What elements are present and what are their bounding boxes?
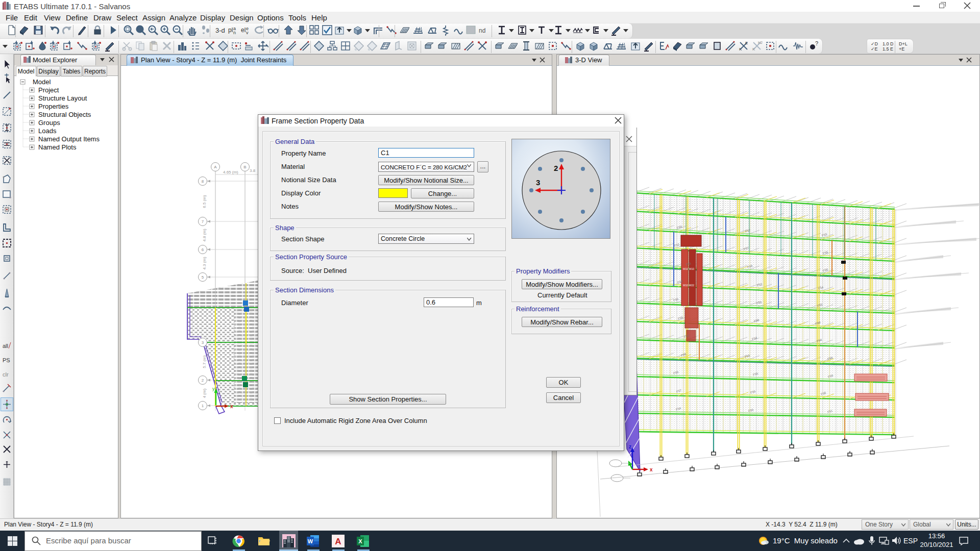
- svg-text:6: 6: [202, 247, 204, 252]
- svg-text:v: v: [246, 30, 249, 35]
- svg-text:PS: PS: [3, 357, 10, 363]
- svg-text:y: y: [212, 386, 215, 391]
- svg-text:2: 2: [554, 164, 558, 172]
- svg-text:x: x: [230, 404, 233, 409]
- svg-text:5.7 (m): 5.7 (m): [202, 355, 207, 368]
- svg-text:?: ?: [815, 40, 818, 46]
- svg-text:el: el: [241, 27, 246, 34]
- svg-text:A: A: [214, 165, 217, 169]
- svg-text:✓D: ✓D: [871, 41, 878, 46]
- svg-text:K: K: [739, 47, 742, 52]
- svg-text:2: 2: [202, 378, 204, 383]
- svg-text:7: 7: [202, 219, 204, 224]
- svg-text:3: 3: [202, 340, 204, 345]
- svg-text:H2: H2: [758, 41, 763, 44]
- svg-text:W10 W10: W10 W10: [683, 267, 694, 270]
- svg-text:clr: clr: [3, 371, 9, 378]
- svg-text:E: E: [745, 41, 748, 45]
- svg-text:4.3 (m): 4.3 (m): [202, 257, 207, 270]
- svg-text:✓E: ✓E: [871, 46, 878, 52]
- svg-text:K: K: [752, 47, 755, 52]
- svg-text:5: 5: [202, 275, 204, 280]
- svg-text:D+L: D+L: [899, 41, 908, 46]
- svg-text:z: z: [629, 444, 631, 449]
- svg-text:6.5 (m): 6.5 (m): [202, 195, 207, 208]
- svg-text:3.8: 3.8: [250, 168, 256, 173]
- svg-text:1: 1: [202, 404, 204, 408]
- svg-text:W10 W22: W10 W22: [683, 284, 694, 287]
- svg-text:8: 8: [202, 179, 204, 184]
- svg-text:+E: +E: [899, 46, 904, 52]
- svg-text:x: x: [650, 467, 653, 472]
- svg-text:X: X: [358, 538, 362, 544]
- svg-text:all: all: [3, 343, 8, 349]
- svg-text:4.8 (m): 4.8 (m): [202, 229, 207, 242]
- svg-text:1.0 D: 1.0 D: [883, 41, 893, 46]
- svg-text:B: B: [243, 165, 246, 169]
- svg-text:W: W: [308, 538, 313, 544]
- svg-text:3-d: 3-d: [215, 27, 225, 34]
- svg-text:3: 3: [536, 178, 540, 187]
- svg-text:1.5 E: 1.5 E: [883, 46, 893, 52]
- svg-text:4.65 (m): 4.65 (m): [223, 170, 238, 174]
- svg-text:n: n: [233, 30, 236, 35]
- svg-text:4 (m): 4 (m): [202, 388, 207, 398]
- svg-text:nd: nd: [479, 27, 485, 34]
- svg-text:A: A: [335, 537, 341, 546]
- svg-text:pl: pl: [228, 27, 233, 34]
